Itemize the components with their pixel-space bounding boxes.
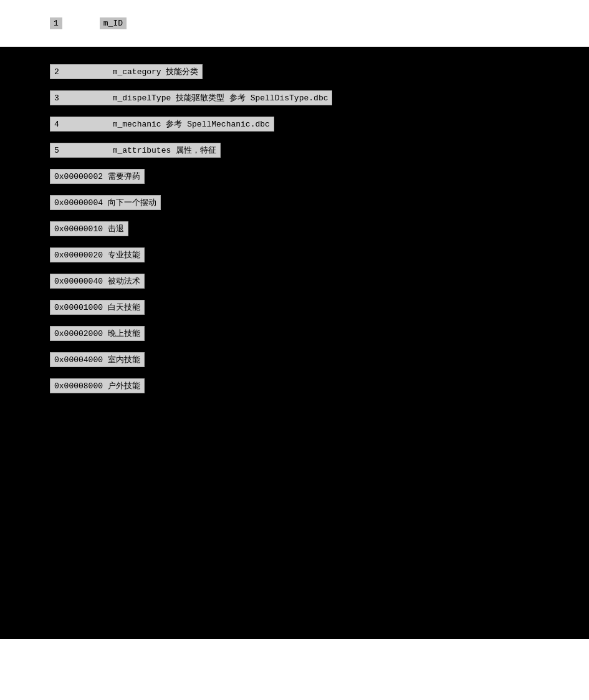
hex-row-1: 0x00000004 向下一个摆动 <box>50 195 539 210</box>
row-5-label: m_attributes 属性，特征 <box>113 146 216 155</box>
row-4: 4 m_mechanic 参考 SpellMechanic.dbc <box>50 117 539 132</box>
hex-row-5: 0x00001000 白天技能 <box>50 300 539 315</box>
row-4-number: 4 <box>54 120 59 129</box>
row-2-label: m_category 技能分类 <box>113 67 199 77</box>
hex-label-5: 0x00001000 白天技能 <box>50 300 145 315</box>
hex-label-4: 0x00000040 被动法术 <box>50 274 145 289</box>
row-4-label: m_mechanic 参考 SpellMechanic.dbc <box>113 120 270 129</box>
hex-label-0: 0x00000002 需要弹药 <box>50 169 145 184</box>
hex-row-2: 0x00000010 击退 <box>50 221 539 236</box>
row-3-content: 3 m_dispelType 技能驱散类型 参考 SpellDisType.db… <box>50 90 332 105</box>
row-2-number: 2 <box>54 67 59 77</box>
hex-label-6: 0x00002000 晚上技能 <box>50 326 145 341</box>
hex-row-4: 0x00000040 被动法术 <box>50 274 539 289</box>
hex-row-0: 0x00000002 需要弹药 <box>50 169 539 184</box>
row-1-number: 1 <box>50 17 62 29</box>
row-5-content: 5 m_attributes 属性，特征 <box>50 143 221 158</box>
row-5-number: 5 <box>54 146 59 155</box>
row-4-content: 4 m_mechanic 参考 SpellMechanic.dbc <box>50 117 274 132</box>
row-2: 2 m_category 技能分类 <box>50 64 539 79</box>
row-3-label: m_dispelType 技能驱散类型 参考 SpellDisType.dbc <box>113 93 328 103</box>
hex-label-3: 0x00000020 专业技能 <box>50 247 145 262</box>
hex-row-6: 0x00002000 晚上技能 <box>50 326 539 341</box>
hex-label-2: 0x00000010 击退 <box>50 221 128 236</box>
row-3: 3 m_dispelType 技能驱散类型 参考 SpellDisType.db… <box>50 90 539 105</box>
row-3-number: 3 <box>54 93 59 103</box>
row-1-field: m_ID <box>100 17 127 29</box>
hex-label-7: 0x00004000 室内技能 <box>50 352 145 367</box>
hex-row-3: 0x00000020 专业技能 <box>50 247 539 262</box>
hex-label-1: 0x00000004 向下一个摆动 <box>50 195 161 210</box>
hex-row-8: 0x00008000 户外技能 <box>50 378 539 393</box>
row-5: 5 m_attributes 属性，特征 <box>50 143 539 158</box>
hex-row-7: 0x00004000 室内技能 <box>50 352 539 367</box>
row-2-content: 2 m_category 技能分类 <box>50 64 203 79</box>
hex-label-8: 0x00008000 户外技能 <box>50 378 145 393</box>
